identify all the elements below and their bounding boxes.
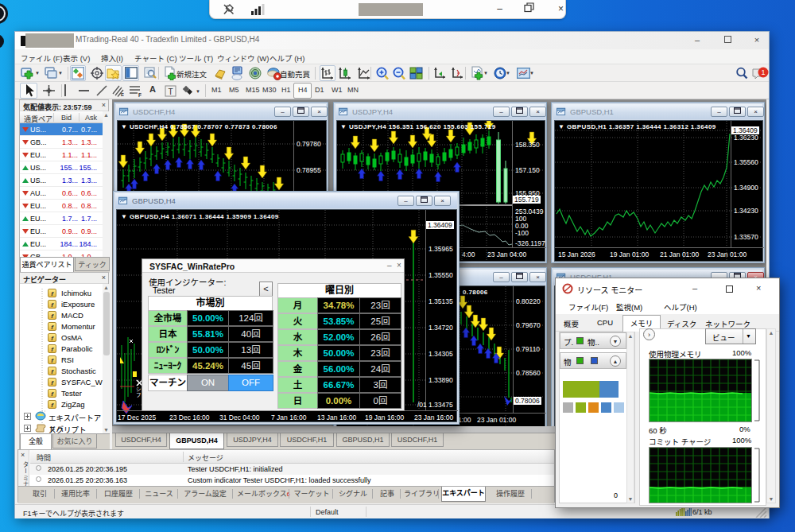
- svg-text:F: F: [138, 92, 142, 98]
- svg-text:1: 1: [761, 68, 765, 76]
- svg-text:T: T: [168, 87, 173, 96]
- svg-text:E: E: [121, 92, 124, 97]
